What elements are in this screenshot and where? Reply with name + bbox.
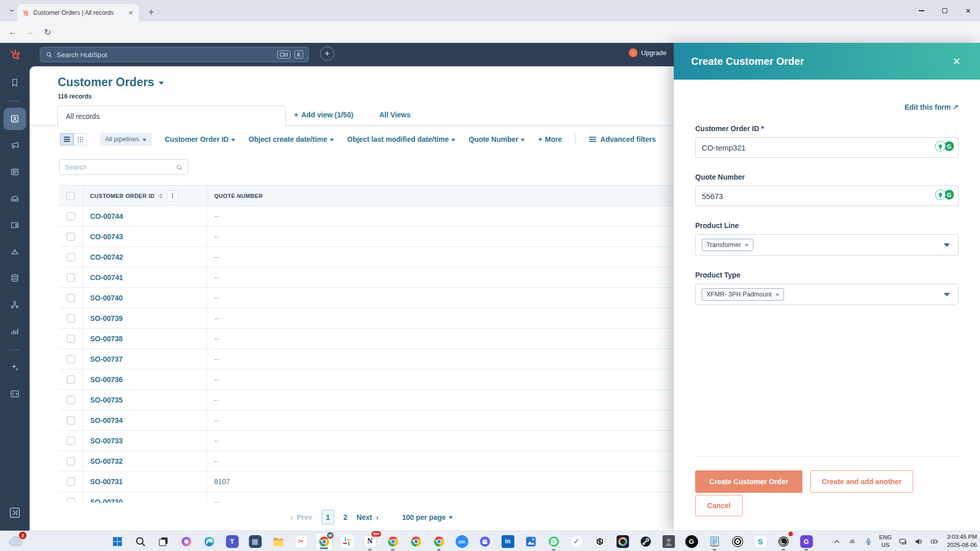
page-2-button[interactable]: 2 xyxy=(344,513,348,521)
record-link[interactable]: SO-00740 xyxy=(90,294,123,302)
start-icon[interactable] xyxy=(109,533,126,550)
tab-close-icon[interactable]: ✕ xyxy=(127,9,135,17)
close-icon[interactable]: ✕ xyxy=(950,54,963,69)
row-checkbox[interactable] xyxy=(67,375,75,384)
window-minimize-button[interactable] xyxy=(910,0,933,21)
content-icon[interactable] xyxy=(4,161,26,183)
ai-icon[interactable] xyxy=(4,356,26,379)
battery-icon[interactable] xyxy=(929,536,939,546)
tab-search-button[interactable] xyxy=(5,4,18,17)
record-link[interactable]: SO-00739 xyxy=(90,314,123,322)
row-checkbox[interactable] xyxy=(67,253,75,261)
marketing-icon[interactable] xyxy=(4,134,26,157)
network-icon[interactable] xyxy=(897,536,908,546)
record-link[interactable]: CO-00741 xyxy=(90,273,124,282)
row-checkbox[interactable] xyxy=(67,498,75,503)
microphone-icon[interactable] xyxy=(863,536,873,546)
new-tab-button[interactable]: + xyxy=(144,5,158,19)
chatgpt-icon[interactable] xyxy=(591,533,608,550)
record-link[interactable]: CO-00742 xyxy=(90,253,124,261)
record-link[interactable]: SO-00734 xyxy=(90,416,123,424)
filter-dropdown[interactable]: Object last modified date/time xyxy=(347,135,455,143)
cancel-button[interactable]: Cancel xyxy=(695,495,743,516)
sales-icon[interactable] xyxy=(4,187,26,210)
pipelines-dropdown[interactable]: All pipelines xyxy=(100,133,152,146)
clock[interactable]: 3:03:45 PM2025-08-06 xyxy=(947,533,977,549)
crm-contacts-icon[interactable] xyxy=(4,108,26,130)
list-view-toggle[interactable] xyxy=(60,133,74,145)
suggestion-bulb-icon[interactable] xyxy=(935,141,946,152)
onedrive-cloud-icon[interactable] xyxy=(847,536,857,546)
next-page-button[interactable]: Next› xyxy=(357,513,379,521)
sidebar-collapse-icon[interactable] xyxy=(8,506,21,519)
photos-icon[interactable] xyxy=(522,533,540,550)
teams-icon[interactable]: T xyxy=(224,533,241,550)
obs-icon[interactable] xyxy=(775,533,792,550)
table-search-input[interactable]: Search xyxy=(59,159,188,175)
task-view-icon[interactable] xyxy=(155,533,172,550)
sort-toggle[interactable] xyxy=(159,193,163,198)
quote-number-input[interactable]: 55673 G xyxy=(695,186,959,206)
record-link[interactable]: SO-00732 xyxy=(90,457,123,465)
notes-app-icon[interactable] xyxy=(706,533,723,550)
edge-icon[interactable] xyxy=(201,533,218,550)
row-checkbox[interactable] xyxy=(67,233,75,241)
record-link[interactable]: CO-00744 xyxy=(90,212,124,220)
row-checkbox[interactable] xyxy=(67,314,75,322)
back-button[interactable]: ← xyxy=(4,23,21,41)
all-views-link[interactable]: All Views xyxy=(379,111,410,119)
remove-tag-icon[interactable]: ✕ xyxy=(775,292,779,297)
record-link[interactable]: CO-00743 xyxy=(90,233,124,241)
row-checkbox[interactable] xyxy=(67,416,75,424)
quick-create-button[interactable]: + xyxy=(320,46,334,61)
record-link[interactable]: SO-00737 xyxy=(90,355,123,363)
windows-search-icon[interactable] xyxy=(132,533,149,550)
chrome-profile-2-icon[interactable] xyxy=(407,533,425,550)
record-link[interactable]: SO-00731 xyxy=(90,478,123,486)
add-view-button[interactable]: +Add view (1/50) xyxy=(294,111,353,119)
product-line-select[interactable]: Transformer✕ xyxy=(695,234,959,256)
filter-dropdown[interactable]: Object create date/time xyxy=(249,135,334,143)
reporting-icon[interactable] xyxy=(4,320,26,342)
row-checkbox[interactable] xyxy=(67,273,75,282)
purple-g-app-icon[interactable]: G xyxy=(798,533,815,550)
create-and-add-another-button[interactable]: Create and add another xyxy=(810,470,913,493)
steelseries-icon[interactable] xyxy=(729,533,746,550)
more-filters-button[interactable]: +More xyxy=(538,135,562,143)
select-all-checkbox[interactable] xyxy=(66,192,75,200)
chrome-profile-3-icon[interactable] xyxy=(430,533,448,550)
record-link[interactable]: SO-00738 xyxy=(90,335,123,343)
linkedin-icon[interactable]: in xyxy=(499,533,517,550)
notion-icon[interactable]: N 99+ xyxy=(361,533,379,550)
row-checkbox[interactable] xyxy=(67,457,75,465)
data-icon[interactable] xyxy=(4,267,26,289)
record-link[interactable]: SO-00730 xyxy=(90,498,123,503)
discord-icon[interactable] xyxy=(476,533,494,550)
board-view-toggle[interactable] xyxy=(74,133,87,145)
service-icon[interactable] xyxy=(4,240,26,263)
row-checkbox[interactable] xyxy=(67,212,75,220)
commerce-icon[interactable] xyxy=(4,214,26,236)
snipping-tool-icon[interactable]: ✂ xyxy=(292,533,310,550)
forward-button[interactable]: → xyxy=(21,23,39,41)
window-maximize-button[interactable] xyxy=(933,0,957,21)
tab-all-records[interactable]: All records xyxy=(57,106,286,127)
customer-order-id-input[interactable]: CO-temp321 G xyxy=(695,137,959,158)
reload-button[interactable]: ↻ xyxy=(39,23,56,41)
todo-icon[interactable]: ✓ xyxy=(568,533,585,550)
file-explorer-icon[interactable] xyxy=(270,533,287,550)
zoom-icon[interactable]: zm xyxy=(453,533,471,550)
row-checkbox[interactable] xyxy=(67,355,75,363)
window-close-button[interactable]: ✕ xyxy=(957,0,980,21)
advanced-filters-button[interactable]: Advanced filters xyxy=(589,135,656,143)
developer-icon[interactable] xyxy=(4,383,26,405)
suggestion-bulb-icon[interactable] xyxy=(935,189,946,200)
tray-expand-icon[interactable] xyxy=(831,536,842,546)
page-title[interactable]: Customer Orders xyxy=(58,76,164,89)
upgrade-button[interactable]: ↑ Upgrade xyxy=(629,48,667,57)
slack-icon[interactable] xyxy=(338,533,356,550)
chrome-profile-1-icon[interactable] xyxy=(384,533,402,550)
page-size-dropdown[interactable]: 100 per page xyxy=(402,513,453,521)
record-link[interactable]: SO-00733 xyxy=(90,437,123,445)
product-type-select[interactable]: XFMR- 3PH Padmount✕ xyxy=(695,284,959,305)
